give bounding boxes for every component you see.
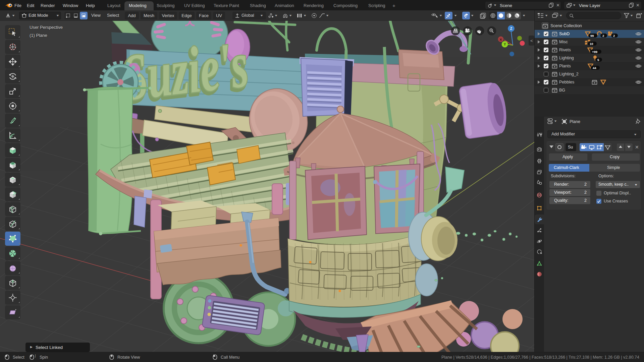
svg-text:Z: Z: [510, 26, 513, 31]
svg-text:<: <: [530, 38, 533, 43]
svg-text:X: X: [500, 38, 502, 41]
svg-text:Y: Y: [504, 43, 506, 46]
